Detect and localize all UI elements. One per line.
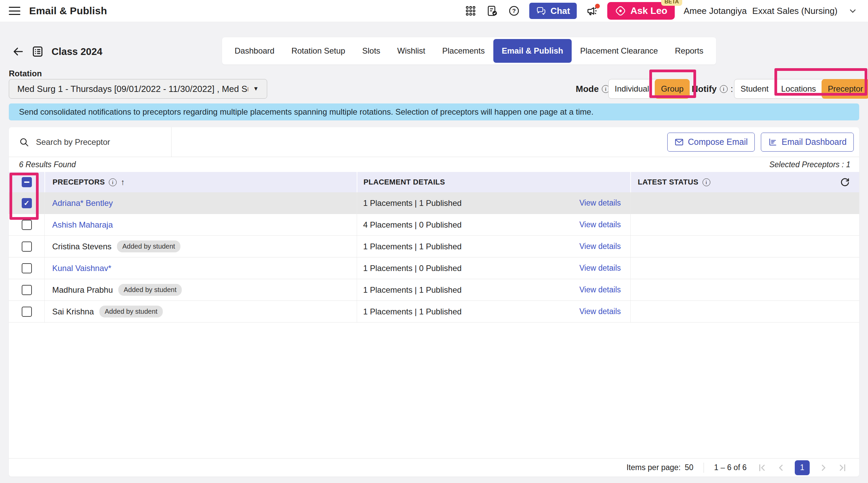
dashboard-chart-icon bbox=[768, 137, 777, 147]
ask-leo-logo-icon bbox=[615, 5, 626, 17]
notify-option-preceptor[interactable]: Preceptor bbox=[822, 79, 868, 99]
info-banner-text: Send consolidated notifications to prece… bbox=[19, 107, 593, 117]
placement-details: 1 Placements | 1 Published bbox=[363, 242, 461, 251]
class-list-icon bbox=[31, 45, 44, 58]
refresh-icon[interactable] bbox=[840, 177, 850, 188]
row-checkbox[interactable] bbox=[22, 198, 32, 208]
select-all-checkbox[interactable] bbox=[22, 177, 32, 187]
apps-grid-icon[interactable] bbox=[464, 4, 477, 17]
view-details-link[interactable]: View details bbox=[579, 307, 621, 316]
announcements-icon[interactable] bbox=[586, 4, 598, 17]
row-checkbox[interactable] bbox=[22, 263, 32, 273]
class-title: Class 2024 bbox=[52, 46, 102, 57]
table-header: PRECEPTORS i ↑ PLACEMENT DETAILS LATEST … bbox=[9, 172, 859, 192]
items-per-page-label: Items per page: bbox=[627, 463, 681, 472]
chat-icon bbox=[536, 6, 546, 16]
chevron-down-icon[interactable] bbox=[846, 4, 859, 17]
items-per-page-value[interactable]: 50 bbox=[685, 463, 693, 472]
previous-page-icon[interactable] bbox=[776, 463, 786, 473]
rotation-dropdown[interactable]: Med Surg 1 - Thursdays [09/01/2022 - 11/… bbox=[9, 79, 267, 99]
svg-text:?: ? bbox=[512, 8, 516, 14]
table-row: Madhura Prabhu Added by student 1 Placem… bbox=[9, 279, 859, 301]
envelope-icon bbox=[674, 137, 684, 147]
tab-placement-clearance[interactable]: Placement Clearance bbox=[572, 39, 666, 63]
notification-dot bbox=[595, 4, 600, 8]
top-app-bar: Email & Publish ? bbox=[0, 0, 868, 22]
tab-email-publish[interactable]: Email & Publish bbox=[493, 39, 572, 63]
tab-rotation-setup[interactable]: Rotation Setup bbox=[283, 39, 354, 63]
notify-label: Notify bbox=[692, 84, 717, 94]
selected-count: Selected Preceptors : 1 bbox=[769, 160, 850, 169]
pagination-bar: Items per page: 50 1 – 6 of 6 1 bbox=[9, 458, 859, 477]
notify-option-locations[interactable]: Locations bbox=[775, 79, 822, 98]
back-arrow-icon[interactable] bbox=[12, 46, 24, 57]
chat-label: Chat bbox=[550, 6, 570, 16]
table-row: Ashish Maharaja 4 Placements | 0 Publish… bbox=[9, 214, 859, 236]
added-by-student-badge: Added by student bbox=[117, 240, 181, 252]
sort-ascending-icon[interactable]: ↑ bbox=[121, 177, 125, 187]
tab-reports[interactable]: Reports bbox=[666, 39, 712, 63]
placement-details: 1 Placements | 0 Published bbox=[363, 264, 461, 273]
table-row: Cristina Stevens Added by student 1 Plac… bbox=[9, 236, 859, 257]
notify-option-student[interactable]: Student bbox=[734, 79, 775, 98]
notify-label-group: Notify i : bbox=[692, 79, 733, 99]
mode-label: Mode bbox=[576, 84, 599, 94]
preceptor-name[interactable]: Kunal Vaishnav* bbox=[52, 264, 111, 273]
hamburger-menu-icon[interactable] bbox=[9, 7, 20, 15]
preceptor-name[interactable]: Ashish Maharaja bbox=[52, 220, 113, 230]
first-page-icon[interactable] bbox=[757, 463, 767, 473]
placement-details-column-header: PLACEMENT DETAILS bbox=[363, 178, 445, 187]
preceptors-card: Compose Email Email Dashboard 6 Results … bbox=[9, 127, 859, 477]
user-account[interactable]: Amee Jotangiya Exxat Sales (Nursing) bbox=[684, 6, 837, 16]
chat-button[interactable]: Chat bbox=[529, 3, 577, 19]
email-dashboard-button[interactable]: Email Dashboard bbox=[761, 133, 854, 152]
added-by-student-badge: Added by student bbox=[99, 306, 163, 317]
search-input[interactable] bbox=[36, 137, 161, 147]
results-count: 6 Results Found bbox=[19, 160, 76, 169]
user-name: Amee Jotangiya bbox=[684, 6, 747, 16]
row-checkbox[interactable] bbox=[22, 307, 32, 317]
table-body: Adriana* Bentley 1 Placements | 1 Publis… bbox=[9, 192, 859, 323]
preceptor-name[interactable]: Cristina Stevens bbox=[52, 242, 112, 251]
table-row: Sai Krishna Added by student 1 Placement… bbox=[9, 301, 859, 323]
email-dashboard-label: Email Dashboard bbox=[782, 137, 847, 147]
tab-slots[interactable]: Slots bbox=[354, 39, 389, 63]
last-page-icon[interactable] bbox=[837, 463, 848, 473]
placement-details: 1 Placements | 1 Published bbox=[363, 285, 461, 295]
view-details-link[interactable]: View details bbox=[579, 220, 621, 229]
next-page-icon[interactable] bbox=[818, 463, 829, 473]
view-details-link[interactable]: View details bbox=[579, 264, 621, 273]
view-details-link[interactable]: View details bbox=[579, 242, 621, 251]
mode-option-group[interactable]: Group bbox=[655, 79, 690, 99]
mode-option-individual[interactable]: Individual bbox=[609, 79, 655, 98]
current-page-button[interactable]: 1 bbox=[795, 460, 810, 475]
preceptor-name[interactable]: Sai Krishna bbox=[52, 307, 94, 316]
mode-toggle: IndividualGroup bbox=[608, 79, 690, 99]
placement-details: 1 Placements | 1 Published bbox=[363, 198, 461, 208]
org-name: Exxat Sales (Nursing) bbox=[752, 6, 837, 16]
latest-status-info-icon[interactable]: i bbox=[703, 178, 710, 186]
compose-email-button[interactable]: Compose Email bbox=[667, 133, 755, 152]
tasks-icon[interactable] bbox=[486, 4, 499, 17]
notify-info-icon[interactable]: i bbox=[720, 85, 728, 93]
page-title: Email & Publish bbox=[29, 5, 107, 17]
preceptor-name[interactable]: Adriana* Bentley bbox=[52, 198, 113, 208]
row-checkbox[interactable] bbox=[22, 242, 32, 252]
tab-wishlist[interactable]: Wishlist bbox=[389, 39, 434, 63]
preceptor-name[interactable]: Madhura Prabhu bbox=[52, 285, 113, 295]
view-details-link[interactable]: View details bbox=[579, 198, 621, 208]
row-checkbox[interactable] bbox=[22, 220, 32, 230]
tab-placements[interactable]: Placements bbox=[434, 39, 493, 63]
view-details-link[interactable]: View details bbox=[579, 285, 621, 294]
dropdown-caret-icon: ▼ bbox=[253, 85, 259, 92]
tab-dashboard[interactable]: Dashboard bbox=[226, 39, 283, 63]
notify-colon: : bbox=[731, 84, 733, 94]
help-icon[interactable]: ? bbox=[508, 4, 520, 17]
preceptors-info-icon[interactable]: i bbox=[109, 178, 117, 186]
tab-bar: DashboardRotation SetupSlotsWishlistPlac… bbox=[222, 37, 716, 64]
ask-leo-button[interactable]: Ask Leo BETA bbox=[607, 2, 675, 20]
compose-email-label: Compose Email bbox=[688, 137, 748, 147]
search-box bbox=[9, 127, 172, 157]
row-checkbox[interactable] bbox=[22, 285, 32, 295]
search-icon bbox=[19, 137, 29, 147]
